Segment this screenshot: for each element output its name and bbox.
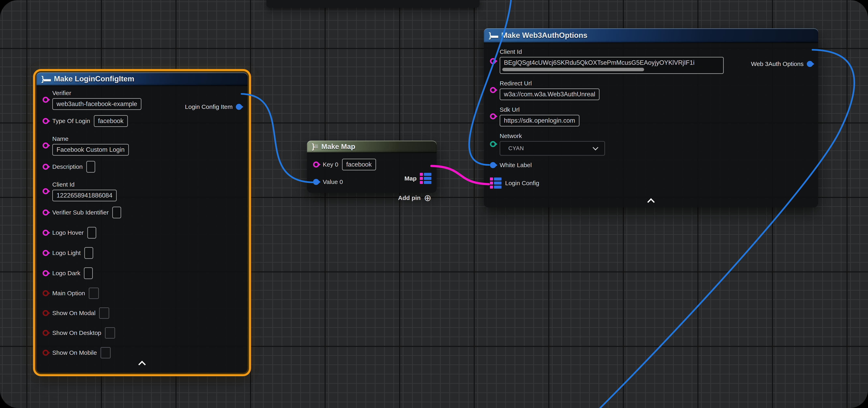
pin-label-logo-hover: Logo Hover xyxy=(52,229,84,236)
add-pin-row: Add pin ⊕ xyxy=(398,194,431,202)
pin-label-verifier: Verifier xyxy=(52,90,142,97)
node-header-make-web3auth-options[interactable]: }▬ Make Web3AuthOptions xyxy=(484,28,818,43)
blueprint-graph-canvas[interactable]: }▬ Make LoginConfigItem Login Config Ite… xyxy=(0,0,868,408)
pin-verifier-sub-identifier[interactable] xyxy=(42,209,49,215)
chevron-down-icon xyxy=(593,145,598,150)
network-dropdown-value: CYAN xyxy=(508,145,524,151)
pin-client-id[interactable] xyxy=(42,188,49,194)
pin-output-web3auth-options[interactable] xyxy=(807,61,813,67)
sdk-url-input[interactable]: https://sdk.openlogin.com xyxy=(500,115,580,127)
pin-name[interactable] xyxy=(42,142,49,148)
logo-hover-input[interactable] xyxy=(87,227,96,239)
key0-input[interactable]: facebook xyxy=(342,159,376,170)
pin-label-main-option: Main Option xyxy=(52,290,85,297)
pin-verifier[interactable] xyxy=(42,97,49,103)
output-row-login-config-item: Login Config Item xyxy=(185,103,242,110)
show-on-mobile-checkbox[interactable] xyxy=(100,347,111,359)
pin-row-description: Description xyxy=(42,161,248,173)
node-header-make-map[interactable]: }≡ Make Map xyxy=(307,141,437,153)
pin-row-login-config: Login Config xyxy=(490,177,818,189)
client-id-text: BEglQSgt4cUWcj6SKRdu5QkOXTsePmMcusG5EAoy… xyxy=(504,59,694,66)
description-input[interactable] xyxy=(86,161,95,173)
collapse-node-arrow-icon[interactable] xyxy=(140,362,145,367)
output-row-map: Map xyxy=(404,173,431,184)
redirect-url-input[interactable]: w3a://com.w3a.Web3AuthUnreal xyxy=(500,89,599,100)
pin-sdk-url[interactable] xyxy=(490,113,496,120)
logo-light-input[interactable] xyxy=(84,247,93,259)
make-struct-icon: }▬ xyxy=(489,31,498,40)
pin-label-client-id: Client Id xyxy=(500,48,724,55)
pin-label-sdk-url: Sdk Url xyxy=(500,106,580,113)
wire-login-config-item-to-value0[interactable] xyxy=(242,94,313,182)
pin-row-show-on-desktop: Show On Desktop xyxy=(42,327,248,339)
show-on-desktop-checkbox[interactable] xyxy=(105,327,115,339)
pin-label-login-config: Login Config xyxy=(505,180,539,186)
node-title: Make Map xyxy=(321,142,355,150)
client-id-scrollbar[interactable] xyxy=(502,68,644,71)
pin-label-key0: Key 0 xyxy=(323,161,338,168)
pin-login-config[interactable] xyxy=(490,177,501,189)
pin-white-label[interactable] xyxy=(490,162,496,168)
pin-label-type-of-login: Type Of Login xyxy=(52,117,90,125)
pin-logo-dark[interactable] xyxy=(42,270,49,276)
pin-value0[interactable] xyxy=(313,179,319,185)
pin-row-logo-light: Logo Light xyxy=(42,247,248,259)
pin-row-sdk-url: Sdk Url https://sdk.openlogin.com xyxy=(490,106,818,127)
pin-label-redirect-url: Redirect Url xyxy=(500,80,599,87)
pin-label-verifier-sub-identifier: Verifier Sub Identifier xyxy=(52,209,108,216)
pin-row-verifier-sub-identifier: Verifier Sub Identifier xyxy=(42,207,248,218)
pin-show-on-desktop[interactable] xyxy=(42,330,49,336)
pin-key0[interactable] xyxy=(313,162,319,168)
pin-label-logo-light: Logo Light xyxy=(52,249,81,257)
pin-row-main-option: Main Option xyxy=(42,287,248,299)
name-input[interactable]: Facebook Custom Login xyxy=(52,144,129,156)
wire-map-to-login-config[interactable] xyxy=(431,166,489,184)
pin-network[interactable] xyxy=(490,141,496,147)
pin-label-network: Network xyxy=(500,133,605,139)
pin-type-of-login[interactable] xyxy=(42,118,49,124)
pin-row-key0: Key 0 facebook xyxy=(313,159,437,170)
pin-label-description: Description xyxy=(52,163,83,170)
logo-dark-input[interactable] xyxy=(84,267,93,279)
verifier-input[interactable]: web3auth-facebook-example xyxy=(52,98,142,110)
pin-label-show-on-mobile: Show On Mobile xyxy=(52,349,97,356)
pin-row-logo-hover: Logo Hover xyxy=(42,227,248,239)
pin-output-map[interactable] xyxy=(420,173,431,184)
pin-client-id[interactable] xyxy=(490,58,496,64)
pin-label-white-label: White Label xyxy=(500,162,532,169)
pin-main-option[interactable] xyxy=(42,290,49,296)
pin-label-show-on-desktop: Show On Desktop xyxy=(52,330,101,336)
type-of-login-input[interactable]: facebook xyxy=(94,115,128,127)
pin-label-show-on-modal: Show On Modal xyxy=(52,310,95,316)
pin-show-on-modal[interactable] xyxy=(42,310,49,316)
output-pin-label: Web 3Auth Options xyxy=(751,61,804,67)
node-make-web3auth-options[interactable]: }▬ Make Web3AuthOptions Web 3Auth Option… xyxy=(484,28,818,207)
pin-row-type-of-login: Type Of Login facebook xyxy=(42,115,248,127)
collapse-node-arrow-icon[interactable] xyxy=(648,199,654,205)
pin-label-name: Name xyxy=(52,135,129,142)
pin-row-show-on-mobile: Show On Mobile xyxy=(42,347,248,359)
pin-description[interactable] xyxy=(42,164,49,170)
client-id-input[interactable]: BEglQSgt4cUWcj6SKRdu5QkOXTsePmMcusG5EAoy… xyxy=(500,57,724,74)
pin-logo-hover[interactable] xyxy=(42,230,49,236)
pin-show-on-mobile[interactable] xyxy=(42,350,49,356)
make-map-icon: }≡ xyxy=(312,142,318,151)
show-on-modal-checkbox[interactable] xyxy=(99,307,109,319)
pin-redirect-url[interactable] xyxy=(490,87,496,93)
pin-label-client-id: Client Id xyxy=(52,181,117,188)
node-header-make-login-config-item[interactable]: }▬ Make LoginConfigItem xyxy=(36,72,248,86)
network-dropdown[interactable]: CYAN xyxy=(500,141,605,156)
pin-logo-light[interactable] xyxy=(42,250,49,256)
client-id-input[interactable]: 1222658941886084 xyxy=(52,190,117,201)
verifier-sub-identifier-input[interactable] xyxy=(112,207,121,218)
offscreen-node-bottom-edge[interactable] xyxy=(267,0,479,8)
node-make-login-config-item[interactable]: }▬ Make LoginConfigItem Login Config Ite… xyxy=(36,72,248,373)
pin-output-login-config-item[interactable] xyxy=(236,104,242,110)
output-row-web3auth-options: Web 3Auth Options xyxy=(751,61,813,67)
node-make-map[interactable]: }≡ Make Map Key 0 facebook Value 0 Map xyxy=(307,141,437,193)
add-pin-icon[interactable]: ⊕ xyxy=(424,194,431,202)
node-title: Make Web3AuthOptions xyxy=(501,31,587,40)
main-option-checkbox[interactable] xyxy=(89,287,99,299)
pin-label-value0: Value 0 xyxy=(323,178,343,185)
pin-row-white-label: White Label xyxy=(490,162,818,169)
